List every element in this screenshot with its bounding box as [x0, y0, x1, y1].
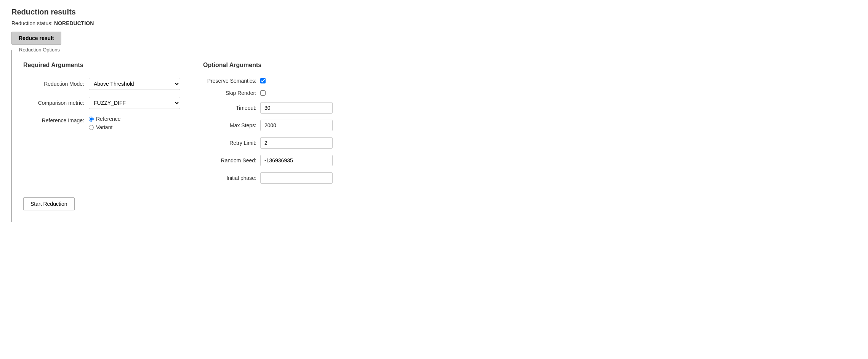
reference-image-radio-group: Reference Variant: [89, 116, 121, 130]
status-value: NOREDUCTION: [54, 20, 94, 26]
comparison-metric-row: Comparison metric: FUZZY_DIFF EXACT_MATC…: [23, 97, 180, 109]
reduction-mode-label: Reduction Mode:: [23, 81, 84, 87]
timeout-row: Timeout:: [203, 102, 464, 114]
reduce-result-button[interactable]: Reduce result: [11, 32, 61, 45]
comparison-metric-select[interactable]: FUZZY_DIFF EXACT_MATCH SSIM MSE: [89, 97, 180, 109]
reduction-status: Reduction status: NOREDUCTION: [11, 20, 857, 26]
random-seed-label: Random Seed:: [203, 157, 256, 163]
reduction-mode-select[interactable]: Above Threshold Below Threshold Exact Ma…: [89, 78, 180, 90]
page-title: Reduction results: [11, 8, 857, 16]
retry-limit-label: Retry Limit:: [203, 140, 256, 146]
variant-option[interactable]: Variant: [89, 124, 121, 130]
variant-radio[interactable]: [89, 125, 94, 130]
variant-option-label: Variant: [96, 124, 112, 130]
random-seed-row: Random Seed:: [203, 155, 464, 166]
random-seed-input[interactable]: [260, 155, 333, 166]
timeout-input[interactable]: [260, 102, 333, 114]
required-arguments-section: Required Arguments Reduction Mode: Above…: [23, 62, 180, 190]
reference-image-label: Reference Image:: [23, 116, 84, 123]
reduction-mode-row: Reduction Mode: Above Threshold Below Th…: [23, 78, 180, 90]
reference-radio[interactable]: [89, 117, 94, 122]
optional-arguments-title: Optional Arguments: [203, 62, 464, 69]
max-steps-row: Max Steps:: [203, 120, 464, 131]
max-steps-input[interactable]: [260, 120, 333, 131]
preserve-semantics-label: Preserve Semantics:: [203, 78, 256, 84]
reference-option-label: Reference: [96, 116, 121, 122]
skip-render-checkbox[interactable]: [260, 90, 266, 96]
optional-arguments-section: Optional Arguments Preserve Semantics: S…: [203, 62, 464, 190]
comparison-metric-label: Comparison metric:: [23, 100, 84, 106]
reference-option[interactable]: Reference: [89, 116, 121, 122]
required-arguments-title: Required Arguments: [23, 62, 180, 69]
preserve-semantics-row: Preserve Semantics:: [203, 78, 464, 84]
skip-render-row: Skip Render:: [203, 90, 464, 96]
skip-render-label: Skip Render:: [203, 90, 256, 96]
reference-image-row: Reference Image: Reference Variant: [23, 116, 180, 130]
timeout-label: Timeout:: [203, 105, 256, 111]
fieldset-legend: Reduction Options: [17, 47, 62, 53]
max-steps-label: Max Steps:: [203, 122, 256, 128]
retry-limit-input[interactable]: [260, 137, 333, 149]
status-label: Reduction status:: [11, 20, 53, 26]
initial-phase-row: Initial phase:: [203, 172, 464, 184]
initial-phase-input[interactable]: [260, 172, 333, 184]
initial-phase-label: Initial phase:: [203, 175, 256, 181]
start-reduction-button[interactable]: Start Reduction: [23, 197, 75, 210]
retry-limit-row: Retry Limit:: [203, 137, 464, 149]
preserve-semantics-checkbox[interactable]: [260, 78, 266, 83]
